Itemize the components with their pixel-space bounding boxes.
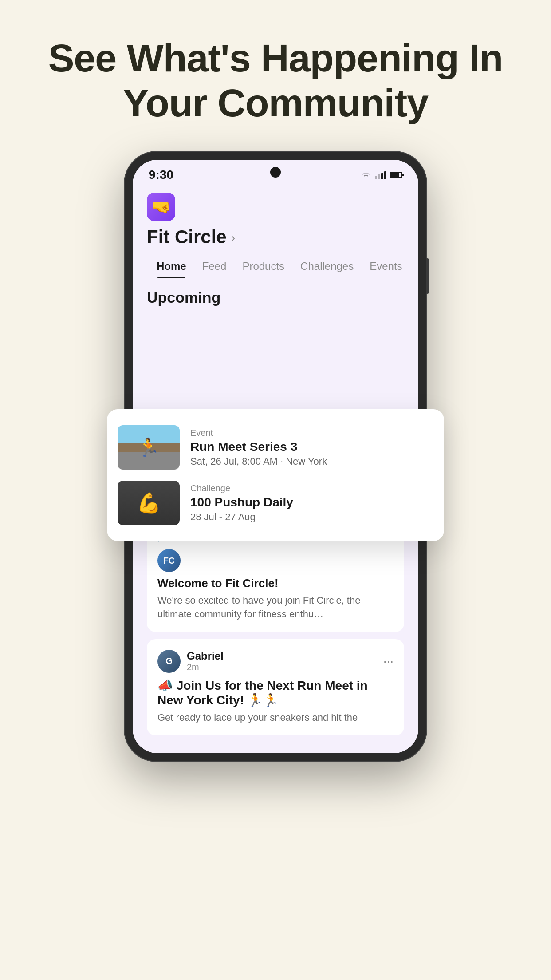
tab-feed[interactable]: Feed: [194, 255, 235, 278]
pinned-post-title: Welcome to Fit Circle!: [157, 577, 394, 590]
community-name: Fit Circle: [147, 226, 227, 248]
event-name: Run Meet Series 3: [190, 440, 433, 454]
challenge-meta: 28 Jul - 27 Aug: [190, 511, 433, 523]
wifi-icon: [361, 171, 371, 179]
tab-events[interactable]: Events: [362, 255, 410, 278]
gabriel-info: Gabriel 2m: [187, 650, 224, 672]
event-info: Event Run Meet Series 3 Sat, 26 Jul, 8:0…: [190, 428, 433, 467]
status-bar: 9:30: [133, 160, 418, 186]
content-area: Upcoming: [133, 278, 418, 317]
app-logo: 🤜: [147, 193, 175, 221]
event-thumbnail: 🏃: [118, 425, 180, 470]
battery-icon: [390, 172, 402, 178]
status-icons: [361, 170, 402, 179]
hero-title: See What's Happening In Your Community: [0, 0, 551, 152]
tab-home[interactable]: Home: [149, 255, 194, 278]
phone-mockup: 9:30: [125, 152, 426, 761]
event-type-label: Event: [190, 428, 433, 438]
gabriel-post-body: Get ready to lace up your sneakers and h…: [157, 711, 394, 725]
gabriel-time: 2m: [187, 662, 224, 672]
challenge-type-label: Challenge: [190, 483, 433, 494]
camera-notch: [270, 167, 281, 178]
post-author-row: FC: [157, 549, 394, 572]
pinned-post-body: We're so excited to have you join Fit Ci…: [157, 594, 394, 621]
gabriel-avatar: G: [157, 650, 181, 673]
gabriel-name: Gabriel: [187, 650, 224, 662]
floating-upcoming-card: 🏃 Event Run Meet Series 3 Sat, 26 Jul, 8…: [107, 409, 444, 541]
tab-products[interactable]: Products: [234, 255, 292, 278]
challenge-info: Challenge 100 Pushup Daily 28 Jul - 27 A…: [190, 483, 433, 523]
signal-bars-icon: [375, 170, 386, 179]
chevron-right-icon: ›: [231, 231, 235, 245]
gabriel-header-row: G Gabriel 2m ···: [157, 650, 394, 673]
upcoming-title: Upcoming: [147, 289, 404, 306]
gabriel-post-card: G Gabriel 2m ··· 📣 Join Us for the Next …: [147, 639, 404, 735]
gabriel-post-title: 📣 Join Us for the Next Run Meet in New Y…: [157, 678, 394, 707]
challenge-card-item[interactable]: 💪 Challenge 100 Pushup Daily 28 Jul - 27…: [118, 475, 433, 530]
event-meta: Sat, 26 Jul, 8:00 AM · New York: [190, 456, 433, 467]
app-header: 🤜 Fit Circle › Home Feed Products Challe…: [133, 186, 418, 278]
challenge-name: 100 Pushup Daily: [190, 495, 433, 510]
challenge-thumbnail: 💪: [118, 481, 180, 525]
gabriel-more-button[interactable]: ···: [383, 654, 394, 668]
event-card-item[interactable]: 🏃 Event Run Meet Series 3 Sat, 26 Jul, 8…: [118, 420, 433, 475]
status-time: 9:30: [149, 168, 173, 182]
gabriel-author-row: G Gabriel 2m: [157, 650, 224, 673]
nav-tabs: Home Feed Products Challenges Events: [147, 255, 404, 278]
post-avatar: FC: [157, 549, 181, 572]
community-title-row[interactable]: Fit Circle ›: [147, 226, 404, 248]
tab-challenges[interactable]: Challenges: [292, 255, 362, 278]
